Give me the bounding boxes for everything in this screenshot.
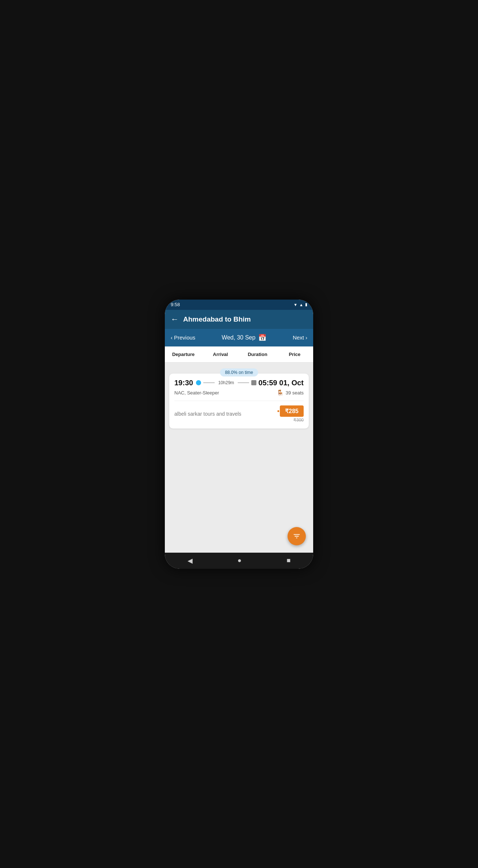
col-arrival: Arrival [202,352,239,357]
seats-info: 🪑 39 seats [277,389,304,396]
next-date-button[interactable]: Next › [293,334,307,341]
col-departure: Departure [165,352,202,357]
calendar-icon[interactable]: 📅 [258,334,266,342]
date-nav-bar: ‹ Previous Wed, 30 Sep 📅 Next › [165,329,313,346]
route-line-right [238,382,249,383]
col-price: Price [276,352,313,357]
operator-row: albeli sarkar tours and travels ₹285 ₹30… [174,405,304,423]
arrival-square [251,380,256,385]
wifi-icon: ▼ [293,303,297,307]
arrival-time: 05:59 01, Oct [259,379,304,387]
prev-label: Previous [174,334,195,341]
departure-time: 19:30 [174,379,193,387]
price-tag: ₹285 [280,405,304,417]
status-bar: 9:58 ▼ ▲ ▮ [165,300,313,310]
duration-wrapper: 10h29m [201,380,251,385]
duration-text: 10h29m [217,380,236,385]
seat-icon: 🪑 [277,389,284,396]
next-chevron-icon: › [305,334,307,341]
nav-bar: ◀ ● ■ [165,553,313,569]
nav-home-button[interactable]: ● [238,557,242,564]
filter-button[interactable] [288,527,306,545]
price-section: ₹285 ₹300 [280,405,304,423]
prev-chevron-icon: ‹ [171,334,173,341]
status-time: 9:58 [171,302,293,307]
nav-recent-button[interactable]: ■ [287,557,291,564]
back-button[interactable]: ← [171,315,179,324]
on-time-badge: 88.0% on time [220,368,258,376]
battery-icon: ▮ [305,302,307,307]
current-date-label: Wed, 30 Sep [222,334,255,341]
bus-card[interactable]: 88.0% on time 19:30 10h29m 05:59 01, Oct… [169,374,309,429]
content-area: 88.0% on time 19:30 10h29m 05:59 01, Oct… [165,363,313,553]
operator-name: albeli sarkar tours and travels [174,411,241,417]
bus-type-row: NAC, Seater-Sleeper 🪑 39 seats [174,389,304,396]
route-line-left [203,382,215,383]
route-row: 19:30 10h29m 05:59 01, Oct [174,379,304,387]
card-divider [174,401,304,401]
discounted-price: ₹285 [285,408,299,415]
toolbar: ← Ahmedabad to Bhim [165,310,313,329]
bus-type-label: NAC, Seater-Sleeper [174,390,219,396]
status-icons: ▼ ▲ ▮ [293,302,307,307]
col-duration: Duration [239,352,276,357]
page-title: Ahmedabad to Bhim [183,315,251,323]
signal-icon: ▲ [299,303,303,307]
seats-count: 39 seats [286,390,304,396]
filter-icon [293,532,301,540]
column-headers: Departure Arrival Duration Price [165,346,313,363]
date-center: Wed, 30 Sep 📅 [195,334,293,342]
departure-dot [196,380,201,385]
nav-back-button[interactable]: ◀ [188,557,193,565]
next-label: Next [293,334,304,341]
original-price: ₹300 [293,418,304,423]
previous-date-button[interactable]: ‹ Previous [171,334,195,341]
